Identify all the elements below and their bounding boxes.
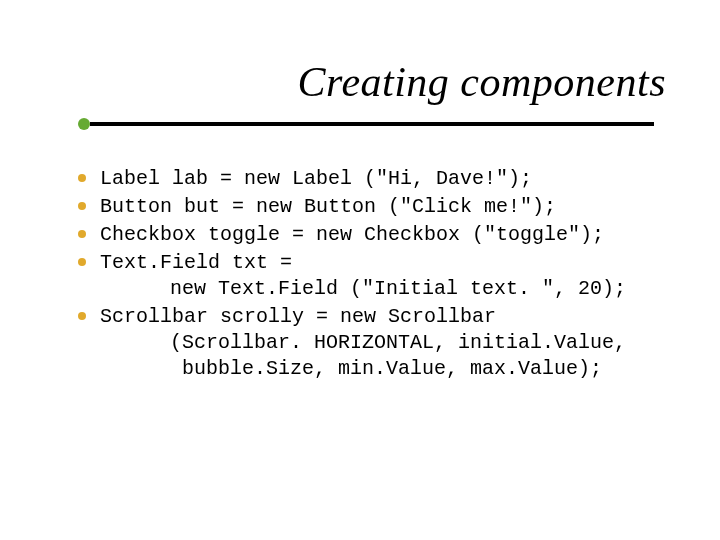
code-line: Text.Field txt = (100, 250, 680, 276)
code-line: Button but = new Button ("Click me!"); (100, 194, 680, 220)
code-line: new Text.Field ("Initial text. ", 20); (122, 276, 680, 302)
bullet-icon (78, 230, 86, 238)
bullet-icon (78, 174, 86, 182)
code-line: (Scrollbar. HORIZONTAL, initial.Value, (122, 330, 680, 356)
content-area: Label lab = new Label ("Hi, Dave!"); But… (78, 166, 680, 384)
rule-accent-dot (78, 118, 90, 130)
list-item: Checkbox toggle = new Checkbox ("toggle"… (78, 222, 680, 248)
list-item: Button but = new Button ("Click me!"); (78, 194, 680, 220)
code-line: Label lab = new Label ("Hi, Dave!"); (100, 166, 680, 192)
list-item: Label lab = new Label ("Hi, Dave!"); (78, 166, 680, 192)
slide-title: Creating components (298, 58, 666, 106)
list-item: Text.Field txt = new Text.Field ("Initia… (78, 250, 680, 302)
code-line: bubble.Size, min.Value, max.Value); (122, 356, 680, 382)
title-rule (78, 118, 654, 130)
bullet-icon (78, 202, 86, 210)
bullet-icon (78, 312, 86, 320)
code-line: Scrollbar scrolly = new Scrollbar (100, 304, 680, 330)
rule-line (90, 122, 654, 126)
bullet-icon (78, 258, 86, 266)
list-item: Scrollbar scrolly = new Scrollbar (Scrol… (78, 304, 680, 382)
code-line: Checkbox toggle = new Checkbox ("toggle"… (100, 222, 680, 248)
